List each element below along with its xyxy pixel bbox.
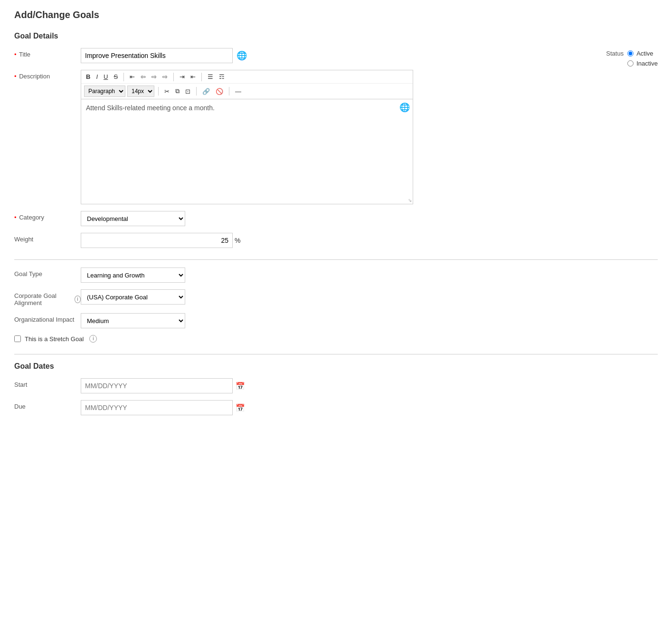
category-label: • Category [14,211,81,221]
goal-type-row: Goal Type Learning and Growth Financial … [14,267,658,283]
due-calendar-icon[interactable]: 📅 [236,403,245,412]
active-radio-row[interactable]: Active [627,50,658,57]
section-divider [14,259,658,260]
stretch-goal-info-icon[interactable]: i [89,335,97,343]
weight-input-wrap: % [81,233,658,248]
font-size-select[interactable]: 14px [127,86,154,97]
start-date-input[interactable] [81,378,233,393]
link-button[interactable]: 🔗 [200,87,212,96]
editor-wrap: B I U S ⇤ ⇦ ⇨ ⇨ ⇥ ⇤ ☰ ☶ [81,70,658,204]
category-select-wrap: Developmental Performance Strategic [81,211,658,226]
rich-text-editor[interactable]: B I U S ⇤ ⇦ ⇨ ⇨ ⇥ ⇤ ☰ ☶ [81,70,413,204]
stretch-goal-row: This is a Stretch Goal i [14,335,658,343]
label-info-wrap: Corporate Goal Alignment i [14,292,81,306]
goal-details-heading: Goal Details [14,32,658,40]
goal-type-label: Goal Type [14,267,81,277]
weight-label: Weight [14,233,81,243]
stretch-goal-checkbox[interactable] [14,335,21,342]
toolbar-sep-3 [201,73,202,81]
toolbar-row-1: B I U S ⇤ ⇦ ⇨ ⇨ ⇥ ⇤ ☰ ☶ [81,70,413,84]
italic-button[interactable]: I [94,72,100,81]
corporate-alignment-label: Corporate Goal Alignment i [14,289,81,306]
due-date-input[interactable] [81,400,233,415]
category-row: • Category Developmental Performance Str… [14,211,658,226]
start-date-wrap: 📅 [81,378,658,393]
goal-type-wrap: Learning and Growth Financial Customer I… [81,267,658,283]
weight-unit: % [235,237,240,244]
align-justify-button[interactable]: ⇨ [161,72,170,81]
title-required: • [14,51,17,58]
description-row: • Description B I U S ⇤ ⇦ ⇨ ⇨ [14,70,658,204]
active-radio[interactable] [627,50,634,57]
page-title: Add/Change Goals [14,10,658,20]
start-calendar-icon[interactable]: 📅 [236,382,245,391]
desc-required: • [14,73,17,80]
org-impact-label: Organizational Impact [14,313,81,323]
category-select[interactable]: Developmental Performance Strategic [81,211,185,226]
align-left-button[interactable]: ⇤ [128,72,137,81]
paragraph-select[interactable]: Paragraph [84,86,125,97]
stretch-goal-label: This is a Stretch Goal [25,335,84,343]
corporate-alignment-info-icon[interactable]: i [75,296,81,303]
title-label: • Title [14,48,81,58]
editor-body[interactable]: Attend Skills-related meeting once a mon… [81,99,413,204]
status-label: Status [606,48,624,57]
editor-globe-icon[interactable]: 🌐 [399,102,410,113]
title-input[interactable] [81,48,233,63]
goal-dates-heading: Goal Dates [14,362,658,371]
editor-toolbar: B I U S ⇤ ⇦ ⇨ ⇨ ⇥ ⇤ ☰ ☶ [81,70,413,99]
description-label: • Description [14,70,81,80]
bold-button[interactable]: B [84,72,92,81]
due-date-input-wrap: 📅 [81,400,658,415]
start-date-row: Start 📅 [14,378,658,393]
hr-button[interactable]: — [233,87,243,96]
inactive-radio-row[interactable]: Inactive [627,60,658,67]
list-number-button[interactable]: ☶ [217,72,227,81]
editor-resize-handle[interactable]: ⇘ [408,198,412,203]
start-date-input-wrap: 📅 [81,378,658,393]
inactive-radio[interactable] [627,60,634,67]
due-date-label: Due [14,400,81,410]
weight-row: Weight % [14,233,658,248]
toolbar-row-2: Paragraph 14px ✂ ⧉ ⊡ 🔗 🚫 — [81,84,413,99]
goal-details-section: Goal Details • Title 🌐 Status Active [14,32,658,248]
strikethrough-button[interactable]: S [112,72,120,81]
toolbar-sep-6 [229,87,229,96]
goal-type-section: Goal Type Learning and Growth Financial … [14,267,658,343]
cat-required: • [14,214,17,221]
outdent-button[interactable]: ⇤ [189,72,198,81]
status-block: Status Active Inactive [606,48,658,67]
copy-button[interactable]: ⧉ [173,86,181,96]
due-date-wrap: 📅 [81,400,658,415]
paste-button[interactable]: ⊡ [183,87,192,96]
align-center-button[interactable]: ⇦ [139,72,148,81]
unlink-button[interactable]: 🚫 [214,87,225,96]
active-label: Active [636,50,653,57]
org-impact-wrap: Low Medium High [81,313,658,328]
list-bullet-button[interactable]: ☰ [206,72,215,81]
goal-dates-section: Goal Dates Start 📅 Due 📅 [14,362,658,415]
title-row: • Title 🌐 [14,48,247,63]
goal-type-select[interactable]: Learning and Growth Financial Customer I… [81,267,185,283]
corporate-alignment-row: Corporate Goal Alignment i (USA) Corpora… [14,289,658,306]
dates-divider [14,354,658,354]
cut-button[interactable]: ✂ [162,87,171,96]
corporate-alignment-select[interactable]: (USA) Corporate Goal (EUR) Corporate Goa… [81,289,185,305]
title-status-area: • Title 🌐 Status Active Inactive [14,48,658,70]
weight-input[interactable] [81,233,233,248]
align-right-button[interactable]: ⇨ [150,72,159,81]
underline-button[interactable]: U [102,72,110,81]
editor-content: Attend Skills-related meeting once a mon… [86,104,215,112]
inactive-label: Inactive [636,60,658,67]
toolbar-sep-1 [123,73,124,81]
org-impact-select[interactable]: Low Medium High [81,313,185,328]
org-impact-row: Organizational Impact Low Medium High [14,313,658,328]
status-group: Active Inactive [627,48,658,67]
toolbar-sep-4 [158,87,159,96]
due-date-row: Due 📅 [14,400,658,415]
title-globe-icon[interactable]: 🌐 [237,50,247,61]
indent-button[interactable]: ⇥ [178,72,187,81]
title-field-wrap: 🌐 [81,48,247,63]
toolbar-sep-5 [196,87,197,96]
weight-wrap-outer: % [81,233,658,248]
